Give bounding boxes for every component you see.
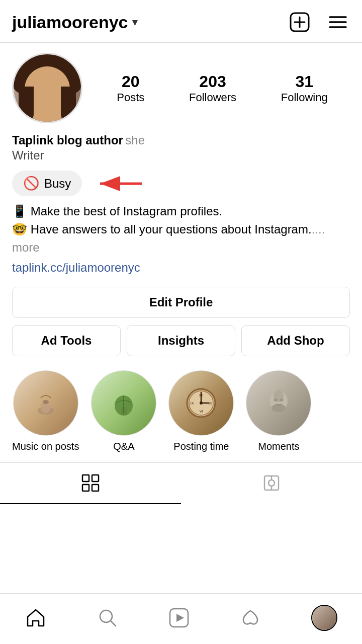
bio-name: Taplink blog author [12,133,123,147]
status-emoji: 🚫 [23,176,39,191]
add-shop-button[interactable]: Add Shop [241,325,350,356]
svg-line-37 [111,621,116,626]
svg-rect-29 [92,475,99,481]
highlight-qa[interactable]: Q&A [91,370,156,452]
posts-stat[interactable]: 20 Posts [117,72,144,104]
svg-text:IX: IX [191,401,194,405]
highlight-label: Posting time [173,441,229,452]
following-count: 31 [281,72,328,91]
highlight-music-on-posts[interactable]: Music on posts [12,370,79,452]
bio-text: 📱 Make the best of Instagram profiles. 🤓… [0,200,362,277]
following-stat[interactable]: 31 Following [281,72,328,104]
action-buttons: Edit Profile Ad Tools Insights Add Shop [0,277,362,362]
bio-role: Writer [12,148,350,163]
followers-stat[interactable]: 203 Followers [189,72,236,104]
ad-tools-button[interactable]: Ad Tools [12,325,121,356]
svg-rect-31 [92,485,99,491]
bio-section: Taplink blog author she Writer [0,129,362,163]
bio-more: .... more [12,222,325,254]
status-badge[interactable]: 🚫 Busy [12,171,82,196]
followers-count: 203 [189,72,236,91]
svg-point-10 [43,400,49,404]
chevron-down-icon: ▾ [132,16,137,28]
svg-rect-28 [82,475,89,481]
followers-label: Followers [189,91,236,104]
tab-tagged[interactable] [181,463,362,504]
header-actions [288,10,350,34]
highlight-label: Q&A [113,441,134,452]
posts-label: Posts [117,91,144,104]
username-text: juliamoorenyc [12,13,128,32]
bio-pronouns: she [125,133,145,147]
stats-row: 20 Posts 203 Followers 31 Following [95,72,350,104]
svg-text:VI: VI [200,410,203,413]
following-label: Following [281,91,328,104]
add-post-button[interactable] [288,10,312,34]
highlight-posting-time[interactable]: XII III VI IX Posting time [168,370,234,452]
highlights-section: Music on posts Q&A [0,362,362,456]
edit-profile-button[interactable]: Edit Profile [12,287,350,318]
svg-point-27 [280,398,284,401]
posts-count: 20 [117,72,144,91]
menu-button[interactable] [326,10,350,34]
svg-text:XII: XII [199,393,204,397]
svg-rect-30 [82,485,89,491]
highlight-label: Moments [258,441,299,452]
arrow-indicator [94,175,144,193]
nav-profile[interactable] [303,601,345,635]
svg-text:III: III [209,401,212,405]
header: juliamoorenyc ▾ [0,0,362,43]
nav-profile-avatar [311,605,337,631]
insights-button[interactable]: Insights [127,325,235,356]
highlight-label: Music on posts [12,441,79,452]
nav-reels[interactable] [160,603,198,633]
profile-section: 20 Posts 203 Followers 31 Following [0,43,362,129]
svg-point-18 [200,401,203,405]
bio-line1: 📱 Make the best of Instagram profiles. [12,202,350,220]
avatar[interactable] [12,53,82,123]
highlight-moments[interactable]: Moments [246,370,311,452]
status-text: Busy [44,177,71,191]
username-dropdown[interactable]: juliamoorenyc ▾ [12,13,137,32]
nav-activity[interactable] [231,603,269,633]
nav-home[interactable] [17,603,55,633]
nav-search[interactable] [88,603,127,633]
bio-link[interactable]: taplink.cc/juliamoorenyc [12,259,350,277]
bio-line2: 🤓 Have answers to all your questions abo… [12,220,350,257]
svg-marker-39 [176,614,184,622]
svg-point-33 [268,480,275,486]
tab-grid[interactable] [0,463,181,504]
status-row: 🚫 Busy [0,163,362,200]
bottom-nav [0,593,362,644]
content-tabs [0,462,362,504]
svg-point-26 [274,398,278,401]
